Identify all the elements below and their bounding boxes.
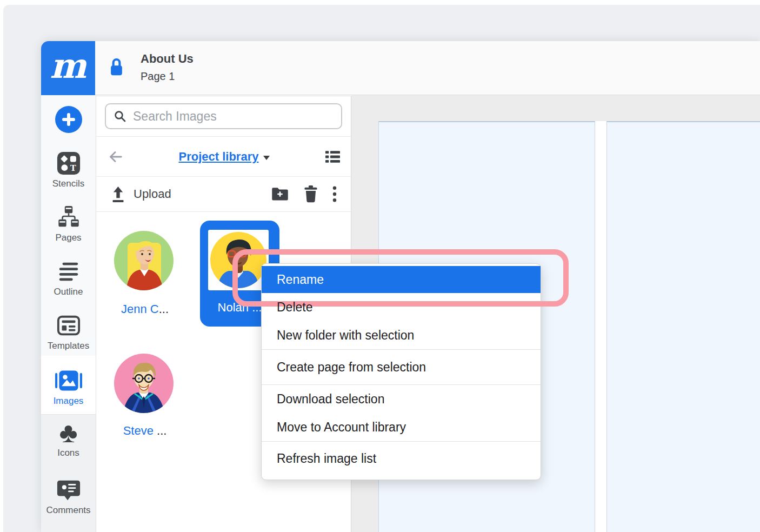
- sidebar-item-images[interactable]: Images: [41, 367, 96, 407]
- kebab-icon: [332, 185, 337, 203]
- avatar-woman-blonde: [114, 283, 174, 292]
- search-box[interactable]: [105, 103, 342, 129]
- menu-item-new-folder[interactable]: New folder with selection: [262, 321, 541, 349]
- sidebar-item-label: Images: [41, 396, 96, 407]
- library-selector[interactable]: Project library: [123, 150, 325, 164]
- new-folder-button[interactable]: [271, 187, 289, 202]
- menu-item-download[interactable]: Download selection: [262, 385, 541, 413]
- left-toolbar: T Stencils Pages: [41, 95, 96, 532]
- menu-item-move-to-account-library[interactable]: Move to Account library: [262, 413, 541, 441]
- images-icon: [41, 367, 96, 395]
- menu-item-create-page[interactable]: Create page from selection: [262, 350, 541, 384]
- club-icon: ♣: [41, 418, 96, 447]
- sidebar-item-templates[interactable]: Templates: [41, 311, 96, 351]
- image-label-steve[interactable]: Steve ...: [112, 424, 177, 438]
- library-title-link[interactable]: Project library: [179, 150, 259, 163]
- search-input[interactable]: [133, 109, 334, 124]
- folder-plus-icon: [271, 187, 289, 202]
- outline-icon: [41, 257, 96, 285]
- avatar-man-glasses-pink: [114, 405, 174, 415]
- sidebar-item-label: Outline: [41, 287, 96, 297]
- canvas-page[interactable]: [606, 121, 760, 532]
- project-title: About Us: [141, 52, 194, 66]
- sidebar-item-label: Comments: [41, 505, 96, 516]
- menu-item-refresh[interactable]: Refresh image list: [262, 442, 541, 475]
- sidebar-item-label: Templates: [41, 341, 96, 351]
- sidebar-item-pages[interactable]: Pages: [41, 203, 96, 243]
- image-thumb-steve[interactable]: [114, 354, 174, 413]
- list-view-icon[interactable]: [325, 150, 340, 163]
- header-bar: About Us Page 1: [95, 41, 760, 95]
- sidebar-item-icons[interactable]: ♣ Icons: [41, 418, 96, 458]
- sidebar-item-outline[interactable]: Outline: [41, 257, 96, 297]
- image-thumb-jenn[interactable]: [114, 231, 174, 290]
- pages-icon: [41, 203, 96, 231]
- upload-icon: [110, 186, 126, 203]
- page-name: Page 1: [141, 70, 175, 83]
- sidebar-item-label: Stencils: [41, 178, 96, 189]
- comments-icon: [41, 476, 96, 504]
- templates-icon: [41, 311, 96, 340]
- upload-button[interactable]: Upload: [134, 187, 171, 201]
- trash-icon: [303, 185, 318, 203]
- upload-toolbar: Upload: [96, 176, 351, 212]
- back-arrow-icon[interactable]: [107, 149, 123, 165]
- delete-button[interactable]: [303, 185, 318, 203]
- sidebar-item-stencils[interactable]: T Stencils: [41, 149, 96, 189]
- sidebar-item-comments[interactable]: Comments: [41, 476, 96, 516]
- search-row: [96, 96, 351, 136]
- lock-icon[interactable]: [109, 57, 124, 77]
- sidebar-item-label: Icons: [41, 448, 96, 458]
- logo-letter: m: [50, 49, 86, 83]
- app-logo[interactable]: m: [41, 41, 95, 95]
- svg-text:T: T: [70, 164, 76, 172]
- stencils-icon: T: [41, 149, 96, 177]
- search-icon: [114, 110, 126, 123]
- canvas-page-gap: [595, 121, 606, 532]
- image-label-jenn[interactable]: Jenn C...: [112, 302, 177, 316]
- library-nav-row: Project library: [96, 136, 351, 176]
- sidebar-item-label: Pages: [41, 232, 96, 243]
- more-options-button[interactable]: [332, 185, 337, 203]
- add-stencil-button[interactable]: [55, 106, 82, 133]
- chevron-down-icon: [263, 156, 270, 160]
